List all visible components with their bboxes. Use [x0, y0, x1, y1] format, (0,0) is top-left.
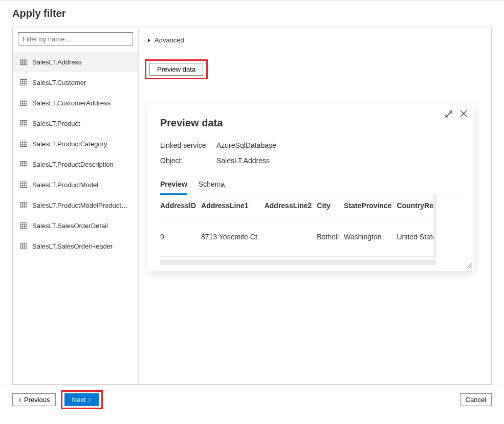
- column-header[interactable]: AddressLine1: [201, 194, 265, 217]
- object-label: Object:: [160, 157, 216, 165]
- linked-service-label: Linked service:: [160, 141, 216, 149]
- table-item[interactable]: SalesLT.Product: [13, 113, 138, 133]
- tab-preview[interactable]: Preview: [160, 176, 187, 195]
- svg-rect-0: [20, 59, 27, 65]
- column-header[interactable]: AddressLine2: [265, 194, 317, 217]
- svg-rect-15: [20, 121, 27, 126]
- svg-rect-30: [20, 182, 27, 188]
- table-icon: [20, 161, 27, 167]
- content-panel: SalesLT.AddressSalesLT.CustomerSalesLT.C…: [12, 27, 492, 385]
- cancel-button[interactable]: Cancel: [460, 393, 492, 406]
- preview-data-card: Preview data Linked service: AzureSqlDat…: [147, 104, 474, 271]
- linked-service-value: AzureSqlDatabase: [216, 141, 276, 149]
- object-value: SalesLT.Address: [216, 157, 270, 165]
- table-row: 98713 Yosemite Ct.BothellWashingtonUnite…: [160, 217, 436, 257]
- svg-rect-45: [20, 243, 27, 249]
- advanced-label: Advanced: [155, 36, 184, 44]
- table-cell: 9: [160, 217, 201, 257]
- table-cell: Bothell: [317, 217, 344, 257]
- table-item-label: SalesLT.ProductCategory: [32, 140, 107, 148]
- table-item-label: SalesLT.Product: [32, 120, 80, 127]
- table-item-label: SalesLT.ProductModelProductDe...: [32, 202, 131, 209]
- resize-grip-icon[interactable]: [465, 262, 472, 269]
- table-icon: [20, 243, 27, 249]
- next-button[interactable]: Next: [64, 393, 100, 406]
- table-item[interactable]: SalesLT.SalesOrderHeader: [13, 236, 138, 256]
- svg-line-55: [471, 267, 472, 269]
- table-item-label: SalesLT.ProductDescription: [32, 161, 114, 168]
- preview-data-button[interactable]: Preview data: [149, 63, 203, 76]
- previous-button[interactable]: Previous: [12, 393, 56, 406]
- tab-schema[interactable]: Schema: [199, 176, 225, 194]
- column-header[interactable]: CountryReg: [397, 194, 436, 217]
- expand-icon[interactable]: [445, 110, 453, 118]
- table-item-label: SalesLT.Address: [32, 58, 82, 66]
- table-item[interactable]: SalesLT.ProductDescription: [13, 154, 138, 174]
- next-button-label: Next: [72, 396, 86, 404]
- svg-line-50: [446, 111, 452, 117]
- column-header[interactable]: AddressID: [160, 194, 201, 217]
- svg-rect-40: [20, 223, 27, 229]
- highlight-next: Next: [61, 390, 103, 409]
- svg-rect-35: [20, 203, 27, 208]
- filter-by-name-input[interactable]: [18, 32, 133, 46]
- svg-rect-25: [20, 162, 27, 167]
- previous-button-label: Previous: [24, 396, 50, 404]
- table-icon: [20, 100, 27, 106]
- table-icon: [20, 120, 27, 126]
- table-item[interactable]: SalesLT.ProductModelProductDe...: [13, 195, 138, 215]
- table-item[interactable]: SalesLT.SalesOrderDetail: [13, 215, 138, 236]
- table-item-label: SalesLT.SalesOrderHeader: [32, 242, 113, 250]
- table-item[interactable]: SalesLT.ProductCategory: [13, 133, 138, 154]
- preview-tabs: Preview Schema: [160, 176, 461, 194]
- table-cell: 8713 Yosemite Ct.: [201, 217, 265, 257]
- wizard-footer: Previous Next Cancel: [0, 385, 504, 414]
- table-item[interactable]: SalesLT.Address: [13, 52, 138, 72]
- preview-data-table: AddressIDAddressLine1AddressLine2CitySta…: [160, 194, 436, 257]
- chevron-left-icon: [18, 397, 22, 403]
- table-item-label: SalesLT.CustomerAddress: [32, 99, 111, 107]
- table-item-label: SalesLT.Customer: [32, 79, 86, 86]
- table-list: SalesLT.AddressSalesLT.CustomerSalesLT.C…: [13, 49, 138, 384]
- table-item-label: SalesLT.SalesOrderDetail: [32, 222, 108, 230]
- svg-rect-5: [20, 80, 27, 85]
- table-item[interactable]: SalesLT.Customer: [13, 72, 138, 93]
- horizontal-scrollbar[interactable]: [160, 260, 436, 265]
- table-item[interactable]: SalesLT.CustomerAddress: [13, 93, 138, 113]
- page-title: Apply filter: [0, 1, 504, 27]
- sidebar: SalesLT.AddressSalesLT.CustomerSalesLT.C…: [13, 27, 139, 384]
- table-item-label: SalesLT.ProductModel: [32, 181, 98, 189]
- close-icon[interactable]: [460, 110, 467, 118]
- main-area: Advanced Preview data: [139, 27, 491, 384]
- table-icon: [20, 222, 27, 229]
- column-header[interactable]: City: [317, 194, 344, 217]
- table-icon: [20, 202, 27, 208]
- advanced-toggle[interactable]: Advanced: [147, 36, 483, 44]
- chevron-right-icon: [148, 36, 150, 44]
- table-cell: [265, 217, 317, 257]
- table-icon: [20, 141, 27, 147]
- preview-card-title: Preview data: [160, 117, 461, 129]
- table-icon: [20, 182, 27, 188]
- svg-rect-10: [20, 100, 27, 106]
- svg-rect-20: [20, 141, 27, 147]
- table-cell: United State: [397, 217, 436, 257]
- highlight-preview-data: Preview data: [145, 59, 208, 79]
- table-icon: [20, 59, 27, 65]
- chevron-right-icon: [87, 397, 92, 403]
- column-header[interactable]: StateProvince: [344, 194, 397, 217]
- table-cell: Washington: [344, 217, 397, 257]
- table-item[interactable]: SalesLT.ProductModel: [13, 174, 138, 195]
- table-icon: [20, 79, 27, 85]
